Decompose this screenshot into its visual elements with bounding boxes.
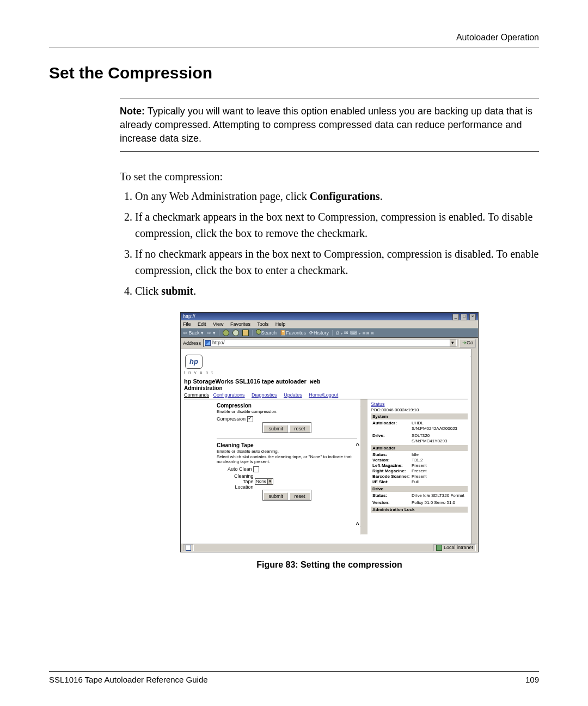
address-label: Address (183, 340, 201, 346)
go-button[interactable]: ➜Go (460, 339, 476, 348)
tab-commands[interactable]: Commands (184, 392, 209, 398)
compression-heading: Compression (217, 403, 357, 409)
window-title: http:// (183, 313, 195, 320)
toolbar-history[interactable]: ⟳History (309, 328, 329, 337)
running-header: Autoloader Operation (49, 33, 539, 42)
body-text: To set the compression: On any Web Admin… (120, 168, 539, 299)
drive-band: Drive (371, 486, 468, 492)
menu-tools[interactable]: Tools (257, 321, 268, 327)
tab-configurations[interactable]: Configurations (213, 392, 245, 398)
menubar[interactable]: File Edit View Favorites Tools Help (181, 320, 478, 328)
window-controls[interactable]: _ □ × (452, 312, 476, 320)
toolbar-back[interactable]: ⇦ Back ▾ (183, 328, 204, 337)
panel-scroll-up-icon[interactable]: ▴ (360, 399, 367, 406)
intro-text: To set the compression: (120, 168, 539, 185)
cleaning-heading: Cleaning Tape (217, 442, 357, 448)
menu-edit[interactable]: Edit (198, 321, 206, 327)
cleaning-sub1: Enable or disable auto cleaning. (217, 449, 357, 454)
figure: http:// _ □ × File Edit View Favorites T… (120, 312, 539, 570)
hp-logo-icon: hp (185, 355, 203, 369)
note-text: Typically you will want to leave this op… (120, 106, 532, 144)
cleaning-location-row: Cleaning Tape Location None▾ (234, 474, 357, 490)
adminlock-band: Administration Lock (371, 507, 468, 513)
cleaning-reset-button[interactable]: reset (290, 492, 310, 500)
status-panel: Status POC:00046 00024:19:10 System Auto… (367, 399, 468, 534)
toolbar-search[interactable]: Search (256, 328, 277, 337)
maximize-icon[interactable]: □ (461, 314, 467, 320)
window-titlebar: http:// _ □ × (181, 313, 478, 320)
app-title: hp StorageWorks SSL1016 tape autoloader … (184, 378, 468, 385)
autoloader-band: Autoloader (371, 445, 468, 451)
refresh-icon[interactable] (232, 330, 239, 336)
config-panel: ▴ ▾ Compression Enable or disable compre… (184, 399, 367, 534)
tab-updates[interactable]: Updates (284, 392, 302, 398)
section-title: Set the Compression (49, 64, 539, 82)
step-1: On any Web Administration page, click Co… (135, 188, 539, 204)
tab-home-logout[interactable]: Home/Logout (309, 392, 338, 398)
autoclean-row: Auto Clean (228, 466, 357, 472)
autoclean-checkbox[interactable] (253, 466, 259, 472)
header-rule (49, 47, 539, 47)
caret-icon-2: ^ (356, 521, 359, 528)
menu-favorites[interactable]: Favorites (230, 321, 250, 327)
cleaning-sub2: Select which slot contains the cleaning … (217, 454, 357, 464)
divider (217, 439, 357, 439)
scroll-up-icon[interactable] (470, 349, 477, 357)
caret-icon: ^ (356, 442, 359, 448)
statusbar-zone: Local intranet (433, 544, 476, 551)
panel-scroll-down2-icon[interactable]: ▾ (360, 527, 367, 534)
statusbar-doc-icon (186, 545, 191, 551)
page-footer: SSL1016 Tape Autoloader Reference Guide … (49, 671, 539, 684)
intranet-icon (436, 545, 442, 551)
ie-page-icon (205, 340, 211, 346)
close-icon[interactable]: × (469, 314, 476, 320)
cleaning-location-select[interactable]: None▾ (255, 478, 273, 485)
system-band: System (371, 413, 468, 419)
figure-caption: Figure 83: Setting the compression (120, 560, 539, 570)
address-input[interactable]: http:// ▾ (203, 339, 457, 347)
toolbar-forward-icon[interactable]: ⇨ ▾ (207, 328, 216, 337)
step-2: If a checkmark appears in the box next t… (135, 209, 539, 241)
nav-tabs: Commands Configurations Diagnostics Upda… (184, 392, 468, 399)
step-4: Click submit. (135, 283, 539, 299)
admin-label: Administration (184, 385, 468, 391)
menu-help[interactable]: Help (275, 321, 286, 327)
main-columns: ▴ ▾ Compression Enable or disable compre… (184, 399, 468, 534)
status-link[interactable]: Status (371, 401, 385, 407)
note-block: Note: Typically you will want to leave t… (120, 99, 539, 152)
step-3: If no checkmark appears in the box next … (135, 246, 539, 278)
address-bar: Address http:// ▾ ➜Go (181, 338, 478, 349)
address-dropdown-icon[interactable]: ▾ (450, 339, 456, 346)
stop-icon[interactable] (223, 330, 229, 336)
compression-reset-button[interactable]: reset (290, 425, 310, 433)
footer-title: SSL1016 Tape Autoloader Reference Guide (49, 675, 208, 684)
home-icon[interactable] (242, 330, 249, 336)
hp-invent-text: i n v e n t (184, 370, 468, 375)
menu-view[interactable]: View (213, 321, 223, 327)
scroll-down-icon[interactable] (470, 536, 477, 544)
compression-row: Compression (217, 416, 357, 422)
compression-checkbox[interactable] (247, 416, 253, 422)
minimize-icon[interactable]: _ (452, 314, 459, 320)
compression-sub: Enable or disable compression. (217, 409, 357, 414)
toolbar-favorites[interactable]: 📔Favorites (280, 328, 306, 337)
tab-diagnostics[interactable]: Diagnostics (252, 392, 277, 398)
browser-content: hp i n v e n t hp StorageWorks SSL1016 t… (181, 349, 478, 544)
browser-window: http:// _ □ × File Edit View Favorites T… (180, 312, 479, 552)
cleaning-submit-button[interactable]: submit (264, 492, 288, 500)
note-label: Note: (120, 106, 145, 117)
compression-submit-button[interactable]: submit (264, 425, 288, 433)
document-page: Autoloader Operation Set the Compression… (0, 0, 588, 706)
toolbar[interactable]: ⇦ Back ▾ ⇨ ▾ Search 📔Favorites ⟳History … (181, 328, 478, 338)
browser-statusbar: Local intranet (181, 544, 478, 552)
panel-scroll-down-icon[interactable] (360, 520, 367, 527)
toolbar-extra-icons[interactable]: ⎙ ▾ ✉ ⌨ ▾ ▤ ▤ ▤ (336, 328, 373, 337)
page-number: 109 (525, 675, 539, 684)
menu-file[interactable]: File (183, 321, 191, 327)
poc-text: POC:00046 00024:19:10 (371, 407, 468, 412)
